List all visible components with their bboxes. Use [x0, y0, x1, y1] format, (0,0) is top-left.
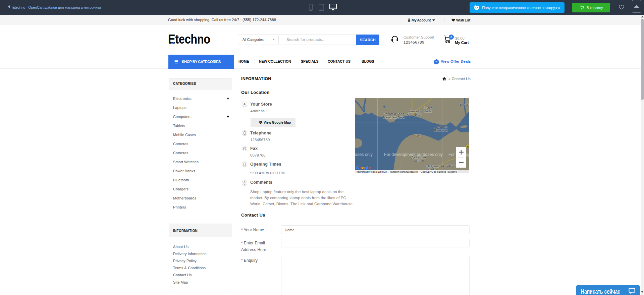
svg-text:Bhadra: Bhadra [460, 103, 469, 106]
svg-text:Dhuvaran: Dhuvaran [434, 128, 448, 132]
svg-text:Khambhat: Khambhat [407, 113, 421, 116]
svg-text:For development purposes only: For development purposes only [384, 152, 443, 157]
svg-text:e: e [368, 165, 371, 170]
svg-text:Jambusar: Jambusar [440, 164, 454, 167]
svg-text:Сообщить об ошибке на карте: Сообщить об ошибке на карте [421, 170, 457, 173]
svg-text:Undel: Undel [424, 109, 432, 113]
svg-text:Картографические данные: Картографические данные [357, 170, 387, 173]
svg-text:oses only: oses only [355, 152, 373, 157]
svg-text:Kavi: Kavi [414, 134, 420, 137]
svg-text:G: G [356, 165, 359, 170]
svg-text:Jantran: Jantran [413, 159, 424, 162]
svg-text:o: o [362, 165, 365, 170]
svg-text:22: 22 [467, 146, 469, 148]
svg-text:Условия использования: Условия использования [390, 170, 418, 173]
svg-text:Navagam Bara: Navagam Bara [383, 115, 405, 119]
svg-text:o: o [359, 165, 362, 170]
